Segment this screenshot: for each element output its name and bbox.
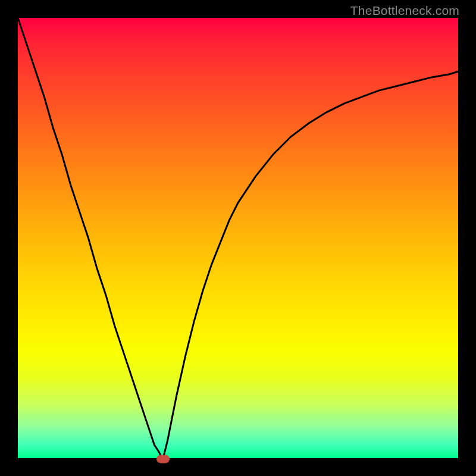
watermark-text: TheBottleneck.com <box>350 4 459 18</box>
chart-frame: TheBottleneck.com <box>0 0 476 476</box>
minimum-marker <box>156 455 170 463</box>
curve-left-branch <box>18 18 163 458</box>
plot-area <box>18 18 458 458</box>
curve-right-branch <box>163 71 458 458</box>
bottleneck-curve <box>18 18 458 458</box>
